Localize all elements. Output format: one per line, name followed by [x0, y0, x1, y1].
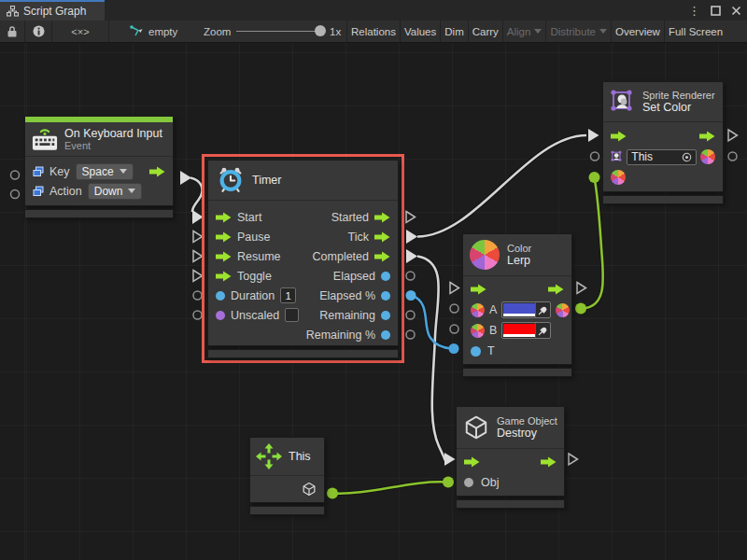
flow-arrow-icon — [216, 271, 232, 282]
carry-button[interactable]: Carry — [469, 21, 503, 42]
menu-dots-icon[interactable]: ⋮ — [688, 5, 700, 17]
flow-arrow-icon — [699, 131, 715, 142]
t-port-icon — [471, 346, 481, 357]
destroy-node-category: Game Object — [497, 415, 557, 427]
flow-arrow-icon — [548, 284, 564, 295]
flow-arrow-icon — [216, 231, 232, 243]
timer-completed-label: Completed — [313, 250, 369, 263]
lerp-b-label: B — [489, 324, 497, 337]
graph-tab-icon — [7, 6, 19, 17]
overview-button[interactable]: Overview — [612, 21, 665, 42]
color-b-picker-button[interactable] — [535, 323, 550, 338]
zoom-value: 1x — [330, 21, 341, 42]
node-set-color[interactable]: Sprite Renderer Set Color This — [602, 81, 724, 204]
timer-unscaled-label: Unscaled — [231, 309, 279, 322]
color-wheel-port-icon — [700, 149, 715, 164]
timer-node-title: Timer — [252, 174, 281, 187]
target-picker-icon[interactable] — [682, 152, 692, 162]
keyboard-node-footer — [24, 209, 174, 218]
flow-arrow-icon — [611, 131, 627, 142]
info-button[interactable] — [25, 21, 52, 42]
dropdown-caret-icon — [120, 169, 127, 174]
destroy-node-title: Destroy — [497, 427, 557, 440]
color-a-control[interactable] — [501, 301, 551, 318]
lerp-t-label: T — [487, 344, 495, 357]
fullscreen-button[interactable]: Full Screen — [665, 21, 726, 42]
collapse-button[interactable]: <×> — [52, 21, 109, 42]
graph-pointer[interactable]: empty — [109, 21, 204, 42]
color-wheel-port-icon — [471, 303, 485, 317]
maximize-icon[interactable] — [711, 6, 721, 16]
timer-pause-label: Pause — [237, 231, 270, 244]
flow-arrow-icon — [216, 212, 232, 223]
close-icon[interactable] — [731, 6, 741, 16]
distribute-button[interactable]: Distribute — [546, 21, 612, 42]
setcolor-node-footer — [602, 195, 724, 204]
keyboard-icon — [32, 127, 58, 151]
lerp-node-title: Lerp — [507, 254, 531, 267]
timer-elapsed-label: Elapsed — [333, 270, 375, 283]
flow-arrow-icon — [216, 251, 232, 262]
obj-port-icon — [464, 478, 473, 487]
lerp-a-label: A — [489, 303, 497, 316]
node-destroy[interactable]: Game Object Destroy Obj — [456, 406, 565, 509]
color-b-control[interactable] — [501, 322, 551, 339]
this-node-footer — [249, 506, 325, 515]
color-wheel-icon — [470, 240, 500, 270]
timer-remainingpct-label: Remaining % — [306, 329, 375, 342]
relations-button[interactable]: Relations — [347, 21, 401, 42]
unscaled-port-icon — [216, 311, 225, 320]
align-button[interactable]: Align — [503, 21, 547, 42]
lerp-node-category: Color — [507, 243, 531, 254]
duration-port-icon — [216, 291, 225, 301]
color-wheel-port-icon — [556, 303, 570, 317]
timer-duration-label: Duration — [231, 289, 275, 302]
color-a-swatch[interactable] — [503, 303, 535, 316]
eyedropper-icon — [538, 326, 548, 336]
key-label: Key — [49, 165, 70, 178]
cube-port-icon — [302, 482, 317, 497]
lerp-node-footer — [462, 368, 572, 377]
timer-toggle-label: Toggle — [237, 270, 272, 283]
sprite-renderer-mini-icon — [611, 150, 623, 163]
lock-icon — [7, 25, 18, 38]
lock-button[interactable] — [0, 21, 25, 42]
zoom-label: Zoom — [204, 21, 231, 42]
flow-arrow-icon — [374, 212, 390, 223]
node-timer[interactable]: Timer Start Pause Resume Toggle Duration… — [207, 160, 399, 358]
remaining-port-icon — [381, 311, 390, 320]
zoom-slider-handle[interactable] — [315, 25, 326, 36]
keyboard-flow-arrow-icon — [149, 166, 165, 177]
values-button[interactable]: Values — [401, 21, 441, 42]
distribute-caret-icon — [599, 29, 607, 34]
pointer-icon — [130, 25, 144, 37]
align-caret-icon — [534, 29, 542, 34]
flow-arrow-icon — [464, 456, 480, 468]
flow-arrow-icon — [541, 456, 557, 468]
elapsedpct-port-icon — [381, 291, 390, 301]
flow-arrow-icon — [471, 284, 486, 295]
color-wheel-port-icon — [471, 324, 485, 338]
setcolor-node-category: Sprite Renderer — [642, 90, 715, 101]
key-dropdown[interactable]: Space — [76, 163, 134, 180]
destroy-obj-label: Obj — [481, 476, 499, 489]
action-dropdown[interactable]: Down — [88, 183, 143, 200]
node-on-keyboard-input[interactable]: On Keyboard Input Event Key Space — [24, 116, 174, 218]
color-a-picker-button[interactable] — [535, 302, 550, 317]
dim-button[interactable]: Dim — [441, 21, 468, 42]
this-node-title: This — [289, 450, 311, 463]
script-graph-window: Script Graph ⋮ <×> — [0, 0, 747, 560]
timer-start-label: Start — [237, 211, 261, 224]
dropdown-caret-icon — [128, 189, 135, 193]
node-color-lerp[interactable]: Color Lerp A — [462, 233, 572, 377]
keyboard-node-subtitle: Event — [64, 140, 162, 151]
zoom-slider[interactable] — [236, 31, 320, 32]
node-this[interactable]: This — [249, 437, 325, 515]
setcolor-target-field[interactable]: This — [627, 149, 697, 165]
destroy-node-footer — [456, 499, 565, 509]
tab-script-graph[interactable]: Script Graph — [0, 0, 105, 21]
color-b-swatch[interactable] — [503, 324, 535, 337]
graph-toolbar: <×> empty Zoom 1x Relations Values Dim C… — [0, 21, 747, 43]
collapse-icon: <×> — [71, 26, 89, 37]
pointer-label: empty — [148, 26, 177, 37]
